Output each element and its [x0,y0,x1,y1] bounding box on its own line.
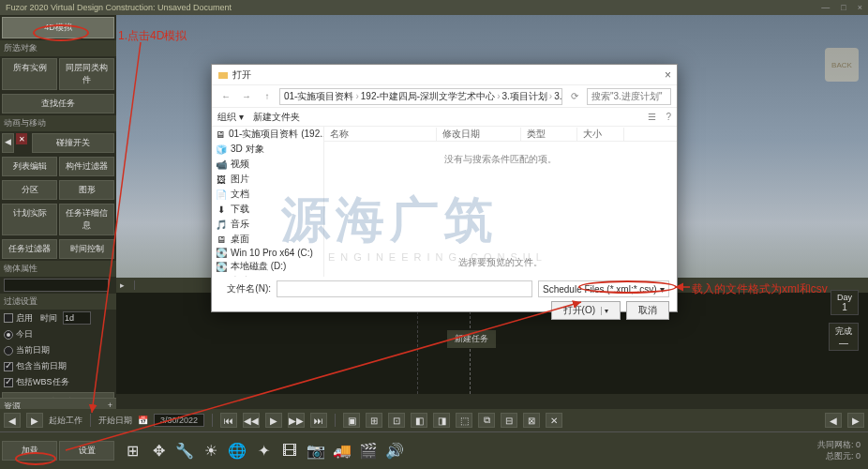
tl-scroll-left[interactable]: ◀ [4,413,21,428]
zone-button[interactable]: 分区 [2,180,57,200]
crumb-0[interactable]: 01-实施项目资料 [284,90,353,103]
nav-up-button[interactable]: ↑ [259,91,276,101]
skip-end-button[interactable]: ⏭ [310,413,327,428]
sun-icon[interactable]: ☀ [201,441,221,461]
search-task-button[interactable]: 查找任务 [2,94,114,113]
calendar-icon[interactable]: 📅 [138,416,148,425]
plan-actual-button[interactable]: 计划实际 [2,204,57,235]
window-controls: — □ × [821,3,862,12]
newfolder-button[interactable]: 新建文件夹 [253,111,300,124]
view-button[interactable]: ☰ [648,112,656,122]
graphic-button[interactable]: 图形 [59,180,114,200]
close-button[interactable]: × [858,3,862,12]
wrench-icon[interactable]: 🔧 [174,441,195,461]
crumb-3[interactable]: 3.进度计划 [554,90,562,103]
tree-node[interactable]: 🎵音乐 [212,217,323,232]
tree-node[interactable]: 🖥01-实施项目资料 (192.168.1.112) [212,127,323,142]
col-type[interactable]: 类型 [521,128,577,141]
anim-prev-button[interactable]: ◀ [2,133,14,153]
tree-node[interactable]: 💽本地磁盘 (E:) [212,274,323,277]
tl-expand[interactable]: ▸ [116,280,135,290]
open-button[interactable]: 打开(O)▾ [551,301,621,320]
include-date-checkbox[interactable] [4,362,13,371]
tree-node[interactable]: 📹视频 [212,157,323,172]
col-size[interactable]: 大小 [577,128,624,141]
tool3-button[interactable]: ⊡ [388,413,405,428]
today-radio[interactable] [4,330,13,340]
tree-node[interactable]: 🧊3D 对象 [212,142,323,157]
tree-node[interactable]: 💽本地磁盘 (D:) [212,259,323,274]
tree-node[interactable]: ⬇下载 [212,202,323,217]
camera-icon[interactable]: 📷 [306,441,326,461]
back-badge[interactable]: BACK [825,48,859,82]
star-icon[interactable]: ✦ [253,441,274,461]
bottom-bar: 加载 设置 ⊞ ✥ 🔧 ☀ 🌐 ✦ 🎞 📷 🚚 🎬 🔊 共同网格: 0 总图元:… [0,431,868,469]
date-field[interactable]: 3/30/2022 [154,414,204,427]
crumb-1[interactable]: 192-中建四局-深圳文学艺术中心 [361,90,495,103]
filetype-select[interactable]: Schedule Files (*.xml;*.csv) ▾ [538,280,669,297]
scroll-left[interactable]: ◀ [825,413,842,428]
task-detail-button[interactable]: 任务详细信息 [59,204,114,235]
nav-forward-button[interactable]: → [238,91,255,101]
crumb-2[interactable]: 3.项目计划 [502,90,547,103]
tool5-button[interactable]: ◨ [433,413,450,428]
time-input[interactable] [63,311,91,325]
tool7-button[interactable]: ⧉ [478,413,495,428]
play-button[interactable]: ▶ [265,413,282,428]
sound-icon[interactable]: 🔊 [384,441,405,461]
film-icon[interactable]: 🎞 [279,441,300,461]
next-button[interactable]: ▶▶ [288,413,305,428]
folder-tree[interactable]: 🖥01-实施项目资料 (192.168.1.112)🧊3D 对象📹视频🖼图片📄文… [212,127,324,277]
nav-refresh-button[interactable]: ⟳ [566,91,583,101]
skip-start-button[interactable]: ⏮ [220,413,237,428]
clapper-icon[interactable]: 🎬 [358,441,379,461]
truck-icon[interactable]: 🚚 [332,441,352,461]
tool6-button[interactable]: ⬚ [456,413,472,428]
component-filter-button[interactable]: 构件过滤器 [59,157,114,176]
tool9-button[interactable]: ⊠ [523,413,540,428]
task-filter-button[interactable]: 任务过滤器 [2,239,57,259]
dialog-search-input[interactable] [587,88,671,105]
tool8-button[interactable]: ⊟ [501,413,517,428]
nav-back-button[interactable]: ← [217,91,234,101]
minimize-button[interactable]: — [821,3,830,12]
file-list[interactable]: 名称 修改日期 类型 大小 没有与搜索条件匹配的项。 选择要预览的文件。 [324,127,677,277]
all-instances-button[interactable]: 所有实例 [2,58,57,90]
tool10-button[interactable]: ✕ [546,413,562,428]
include-wbs-checkbox[interactable] [4,378,13,387]
current-date-radio[interactable] [4,346,13,356]
move-icon[interactable]: ✥ [148,441,169,461]
tl-scroll-right[interactable]: ▶ [26,413,43,428]
enable-checkbox[interactable] [4,313,13,323]
same-class-button[interactable]: 同层同类构件 [59,58,114,90]
cancel-button[interactable]: 取消 [626,301,669,320]
help-button[interactable]: ? [666,112,671,122]
scroll-right[interactable]: ▶ [847,413,864,428]
tool2-button[interactable]: ⊞ [366,413,382,428]
tree-node[interactable]: 🖼图片 [212,172,323,187]
tree-node[interactable]: 💽Win 10 Pro x64 (C:) [212,247,323,259]
load-button[interactable]: 加载 [2,441,57,461]
grid-icon[interactable]: ⊞ [122,441,142,461]
prev-button[interactable]: ◀◀ [243,413,260,428]
tree-node[interactable]: 📄文档 [212,187,323,202]
timeline-task[interactable]: 新建任务 [447,330,496,348]
anim-close-button[interactable]: ✕ [16,133,27,144]
tool1-button[interactable]: ▣ [343,413,360,428]
settings-button[interactable]: 设置 [59,441,114,461]
dialog-close-button[interactable]: × [665,68,671,82]
time-control-button[interactable]: 时间控制 [59,239,114,259]
list-edit-button[interactable]: 列表编辑 [2,157,57,176]
organize-button[interactable]: 组织 ▾ [217,111,244,124]
breadcrumb[interactable]: 01-实施项目资料› 192-中建四局-深圳文学艺术中心› 3.项目计划› 3.… [279,88,562,105]
4d-sim-button[interactable]: 4D模拟 [2,17,114,38]
tool4-button[interactable]: ◧ [411,413,427,428]
tree-node[interactable]: 🖥桌面 [212,232,323,247]
globe-icon[interactable]: 🌐 [227,441,247,461]
physics-input[interactable] [4,279,109,292]
maximize-button[interactable]: □ [841,3,846,12]
filename-input[interactable] [277,280,532,297]
col-name[interactable]: 名称 [324,128,437,141]
col-date[interactable]: 修改日期 [437,128,521,141]
collision-toggle-button[interactable]: 碰撞开关 [32,133,114,153]
